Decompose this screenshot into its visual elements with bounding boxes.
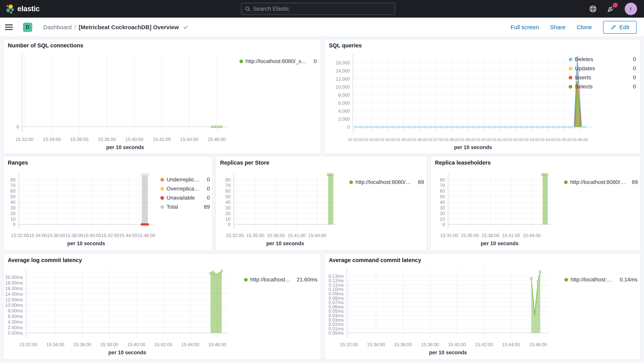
legend-item[interactable]: http://localhost:8080/_sta...89	[349, 179, 424, 185]
svg-text:30: 30	[10, 205, 16, 210]
legend-swatch-icon	[569, 58, 572, 61]
panel-avg-command-commit-latency: Average command commit latency 0.00ms0.0…	[324, 254, 641, 360]
svg-text:15:36:00: 15:36:00	[47, 233, 65, 238]
svg-text:60: 60	[225, 188, 230, 194]
svg-text:15:32:00: 15:32:00	[16, 137, 34, 142]
svg-text:0: 0	[442, 222, 445, 227]
chart-replicas-per-store[interactable]: 0102030405060708015:32:0015:35:0015:38:0…	[216, 156, 427, 251]
svg-text:14,000: 14,000	[336, 68, 350, 74]
svg-text:15:44:00: 15:44:00	[502, 342, 520, 347]
breadcrumb-dashboard-link[interactable]: Dashboard	[43, 24, 72, 31]
chart-number-of-sql-connections[interactable]: 015:32:0015:34:0015:36:0015:38:0015:40:0…	[4, 39, 321, 154]
top-header-bar: elastic	[0, 0, 644, 18]
legend-item[interactable]: http://localhost:8080/_stat...0	[240, 58, 317, 64]
legend-item[interactable]: http://localhost:808...21.60ms	[244, 276, 318, 283]
legend-label: Total	[166, 204, 178, 210]
legend-item[interactable]: Overreplicated0	[160, 186, 210, 192]
svg-text:15:32:00: 15:32:00	[226, 233, 244, 238]
svg-text:70: 70	[10, 183, 16, 188]
svg-text:20: 20	[225, 211, 230, 216]
menu-button[interactable]	[5, 24, 13, 31]
legend-item[interactable]: Selects0	[569, 84, 636, 90]
dashboard-grid: Number of SQL connections 015:32:0015:34…	[0, 37, 644, 363]
legend-swatch-icon	[569, 76, 572, 80]
svg-text:15:38:00: 15:38:00	[421, 342, 439, 347]
legend-item[interactable]: http://localhost:8080/_sta...89	[564, 179, 638, 185]
svg-text:50: 50	[440, 194, 445, 199]
help-button[interactable]	[589, 5, 597, 13]
chart-avg-log-commit-latency[interactable]: 0.00ms2.00ms4.00ms6.00ms8.00ms10.00ms12.…	[4, 254, 321, 359]
legend-item[interactable]: Deletes0	[569, 56, 636, 63]
svg-text:60: 60	[10, 188, 16, 194]
clone-button[interactable]: Clone	[577, 24, 592, 31]
chart-legend: http://localhost:8080/_sta...89	[564, 179, 638, 188]
legend-label: Inserts	[575, 75, 591, 81]
svg-text:18.00ms: 18.00ms	[5, 280, 23, 285]
legend-swatch-icon	[160, 178, 164, 182]
svg-text:0: 0	[13, 222, 16, 227]
legend-value: 89	[200, 204, 210, 210]
svg-text:per 10 seconds: per 10 seconds	[266, 241, 304, 246]
legend-swatch-icon	[160, 187, 164, 191]
svg-text:80: 80	[10, 177, 16, 182]
panel-title: Ranges	[8, 160, 28, 166]
svg-text:50: 50	[10, 194, 16, 199]
legend-item[interactable]: Underreplicated0	[160, 177, 210, 183]
svg-text:40: 40	[225, 200, 230, 205]
space-switcher[interactable]: D	[23, 23, 32, 32]
chart-replica-leaseholders[interactable]: 0102030405060708015:32:0015:35:0015:38:0…	[431, 156, 640, 251]
news-button[interactable]	[606, 5, 615, 13]
chart-avg-command-commit-latency[interactable]: 0.00ms0.01ms0.02ms0.03ms0.04ms0.05ms0.06…	[324, 254, 640, 359]
svg-text:15:32:00: 15:32:00	[340, 342, 358, 347]
user-avatar[interactable]: r	[625, 3, 637, 15]
legend-item[interactable]: http://localhost:8080...0.14ms	[564, 276, 638, 283]
svg-text:10: 10	[440, 216, 445, 222]
svg-text:10: 10	[10, 216, 16, 222]
panel-title: Average log commit latency	[8, 257, 82, 263]
svg-text:15:46:00: 15:46:00	[208, 342, 226, 347]
svg-text:15:32:00: 15:32:00	[348, 137, 363, 142]
panel-title: Replicas per Store	[220, 160, 269, 166]
svg-text:40: 40	[10, 200, 16, 205]
svg-text:per 10 seconds: per 10 seconds	[454, 144, 492, 150]
pencil-icon	[610, 24, 616, 30]
svg-text:16.00ms: 16.00ms	[5, 286, 23, 291]
legend-value: 0	[629, 75, 636, 81]
svg-text:14.00ms: 14.00ms	[5, 291, 23, 297]
elastic-brand[interactable]: elastic	[6, 4, 40, 14]
legend-value: 89	[414, 179, 424, 185]
legend-item[interactable]: Total89	[160, 204, 210, 210]
legend-swatch-icon	[160, 196, 164, 200]
legend-label: Underreplicated	[166, 177, 201, 183]
svg-text:15:34:00: 15:34:00	[367, 342, 385, 347]
checkmark-icon	[183, 24, 188, 30]
edit-button[interactable]: Edit	[603, 21, 637, 34]
svg-text:15:36:00: 15:36:00	[70, 137, 88, 142]
svg-text:15:40:00: 15:40:00	[83, 233, 101, 238]
svg-text:per 10 seconds: per 10 seconds	[108, 350, 146, 355]
legend-swatch-icon	[569, 85, 572, 89]
share-button[interactable]: Share	[550, 24, 566, 31]
svg-text:15:42:00: 15:42:00	[154, 342, 172, 347]
svg-text:15:45:00: 15:45:00	[556, 137, 572, 142]
svg-text:2.00ms: 2.00ms	[8, 325, 23, 330]
svg-text:15:46:00: 15:46:00	[208, 137, 226, 142]
legend-label: Unavailable	[166, 195, 195, 201]
svg-text:20: 20	[10, 211, 16, 216]
svg-text:50: 50	[225, 194, 230, 199]
page-title: [Metricbeat CockroachDB] Overview	[79, 24, 179, 31]
svg-text:70: 70	[225, 183, 230, 188]
legend-item[interactable]: Unavailable0	[160, 195, 210, 201]
legend-item[interactable]: Inserts0	[569, 75, 636, 81]
svg-text:12.00ms: 12.00ms	[5, 297, 23, 302]
svg-text:0: 0	[347, 125, 350, 130]
svg-text:15:46:00: 15:46:00	[572, 137, 588, 142]
svg-text:20.00ms: 20.00ms	[5, 275, 23, 280]
svg-text:15:46:00: 15:46:00	[529, 342, 547, 347]
full-screen-button[interactable]: Full screen	[510, 24, 539, 31]
search-input[interactable]	[253, 6, 391, 12]
legend-swatch-icon	[244, 278, 248, 282]
legend-item[interactable]: Updates0	[569, 65, 636, 72]
legend-value: 0.14ms	[616, 276, 638, 283]
svg-text:4.00ms: 4.00ms	[8, 319, 23, 324]
